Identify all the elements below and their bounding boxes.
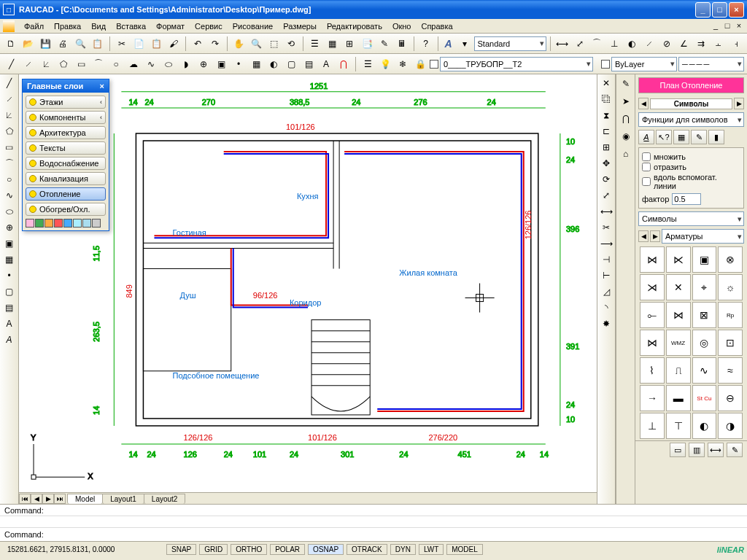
symbol-valve15[interactable]: ◎ <box>692 330 717 356</box>
paste-icon[interactable]: 📋 <box>148 36 164 52</box>
symbol-misc4[interactable]: ◑ <box>718 413 743 439</box>
layer-components[interactable]: Компоненты‹ <box>26 111 106 124</box>
menu-modify[interactable]: Редактировать <box>322 20 387 32</box>
dim-continue-icon[interactable]: ⫞ <box>728 36 744 52</box>
symbols-combo[interactable]: Символы <box>638 211 744 226</box>
ortho-toggle[interactable]: ORTHO <box>231 544 267 555</box>
textstyle-combo[interactable]: Standard <box>474 36 546 51</box>
stretch-icon[interactable]: ⟷ <box>599 204 614 219</box>
dim-baseline-icon[interactable]: ⫠ <box>711 36 727 52</box>
bottom-tool1[interactable]: ▭ <box>670 443 686 457</box>
swatch-8[interactable] <box>92 219 101 228</box>
ellipsearc-icon[interactable]: ◗ <box>178 56 194 72</box>
symbol-valve6[interactable]: ✕ <box>666 274 691 300</box>
layer-texts[interactable]: Тексты <box>26 141 106 155</box>
qcalc-icon[interactable]: 🖩 <box>394 36 410 52</box>
layers-panel[interactable]: Главные слои× Этажи‹ Компоненты‹ Архитек… <box>22 79 109 231</box>
symbol-valve4[interactable]: ⊗ <box>718 246 743 273</box>
symbol-valve2[interactable]: ⋉ <box>666 246 691 273</box>
sym-grid-icon[interactable]: ▦ <box>673 130 689 144</box>
layer-freeze-icon[interactable]: ❄ <box>395 56 411 72</box>
table-icon[interactable]: ▤ <box>301 56 317 72</box>
bottom-tool2[interactable]: ▥ <box>689 443 705 457</box>
otrack-toggle[interactable]: OTRACK <box>347 544 387 555</box>
open-icon[interactable]: 📂 <box>20 36 36 52</box>
symbol-misc2[interactable]: ⊤ <box>666 413 691 439</box>
rs-pencil-icon[interactable]: ✎ <box>618 76 634 92</box>
st-circle-icon[interactable]: ○ <box>2 172 17 187</box>
command-history-line[interactable]: Command: <box>0 505 747 516</box>
dim-arc-icon[interactable]: ⌒ <box>589 36 605 52</box>
st-hatch-icon[interactable]: ▦ <box>2 252 17 267</box>
swatch-2[interactable] <box>35 219 44 228</box>
gradient-icon[interactable]: ◐ <box>266 56 282 72</box>
move-icon[interactable]: ✥ <box>599 156 614 171</box>
maximize-button[interactable]: □ <box>712 2 727 18</box>
cut-icon[interactable]: ✂ <box>114 36 130 52</box>
menu-draw[interactable]: Рисование <box>228 20 278 32</box>
menu-dimensions[interactable]: Размеры <box>278 20 322 32</box>
insert-icon[interactable]: ⊕ <box>196 56 212 72</box>
point-icon[interactable]: • <box>231 56 247 72</box>
menu-help[interactable]: Справка <box>416 20 457 32</box>
symbol-valve8[interactable]: ☼ <box>718 274 743 300</box>
symbol-valve5[interactable]: ⋊ <box>640 274 665 300</box>
menu-view[interactable]: Вид <box>86 20 111 32</box>
symbol-valve11[interactable]: ⊠ <box>692 302 717 328</box>
command-history-line2[interactable] <box>0 516 747 528</box>
nav-next-icon[interactable]: ▶ <box>734 98 744 109</box>
layer-cooling[interactable]: Обогрев/Охл. <box>26 203 106 216</box>
symbol-valve10[interactable]: ⋈ <box>666 302 691 328</box>
polar-toggle[interactable]: POLAR <box>270 544 305 555</box>
sym-text-icon[interactable]: A <box>638 130 654 144</box>
undo-icon[interactable]: ↶ <box>190 36 206 52</box>
rs-compass-icon[interactable]: ◉ <box>618 128 634 144</box>
symbol-valve7[interactable]: ⌖ <box>692 274 717 300</box>
swatch-7[interactable] <box>82 219 91 228</box>
symbol-valve9[interactable]: ⟜ <box>640 302 665 328</box>
revcloud-icon[interactable]: ☁ <box>125 56 142 72</box>
offset-icon[interactable]: ⊏ <box>599 124 614 139</box>
st-ellipse-icon[interactable]: ⬭ <box>2 204 17 219</box>
symbol-valve3[interactable]: ▣ <box>692 246 717 273</box>
ellipse-icon[interactable]: ⬭ <box>160 56 177 72</box>
symbol-valve13[interactable]: ⋈ <box>640 330 665 356</box>
sym-color-icon[interactable]: ▮ <box>708 130 724 144</box>
mirror-icon[interactable]: ⧗ <box>599 108 614 122</box>
symbol-wave2[interactable]: ∿ <box>692 357 717 384</box>
st-text-icon[interactable]: A <box>2 316 17 331</box>
symbol-wave3[interactable]: ≈ <box>718 357 743 384</box>
chamfer-icon[interactable]: ◿ <box>599 284 614 299</box>
nav-prev-icon[interactable]: ◀ <box>638 98 649 109</box>
symbol-valve16[interactable]: ⊡ <box>718 330 743 356</box>
join-icon[interactable]: ⊢ <box>599 268 614 283</box>
cat-next-icon[interactable]: ▶ <box>650 230 660 242</box>
polygon-icon[interactable]: ⬠ <box>55 56 71 72</box>
design-center-icon[interactable]: ▦ <box>325 36 341 52</box>
arc-icon[interactable]: ⌒ <box>90 56 107 72</box>
block-icon[interactable]: ▣ <box>213 56 229 72</box>
menu-format[interactable]: Формат <box>151 20 190 32</box>
rs-magnet-icon[interactable]: ⋂ <box>618 111 634 127</box>
factor-input[interactable] <box>672 193 701 205</box>
redo-icon[interactable]: ↷ <box>207 36 223 52</box>
dim-quick-icon[interactable]: ⇉ <box>693 36 709 52</box>
dim-ordinate-icon[interactable]: ⊥ <box>606 36 622 52</box>
symbol-arrow[interactable]: → <box>640 385 665 411</box>
menu-file[interactable]: Файл <box>19 20 49 32</box>
rs-house-icon[interactable]: ⌂ <box>618 146 634 162</box>
erase-icon[interactable]: ✕ <box>599 76 614 90</box>
extend-icon[interactable]: ⟶ <box>599 236 614 251</box>
symbol-step[interactable]: ⎍ <box>666 357 691 384</box>
bottom-tool4[interactable]: ✎ <box>727 443 743 457</box>
dim-angular-icon[interactable]: ∠ <box>676 36 692 52</box>
rectangle-icon[interactable]: ▭ <box>73 56 89 72</box>
explode-icon[interactable]: ✸ <box>599 316 614 331</box>
layer-heating[interactable]: Отопление <box>26 187 106 201</box>
st-point-icon[interactable]: • <box>2 268 17 283</box>
st-line-icon[interactable]: ╱ <box>2 76 17 90</box>
properties-icon[interactable]: ☰ <box>307 36 323 52</box>
category-combo[interactable]: Арматуры <box>662 229 744 244</box>
dyn-toggle[interactable]: DYN <box>390 544 416 555</box>
tool-palette-icon[interactable]: ⊞ <box>342 36 358 52</box>
